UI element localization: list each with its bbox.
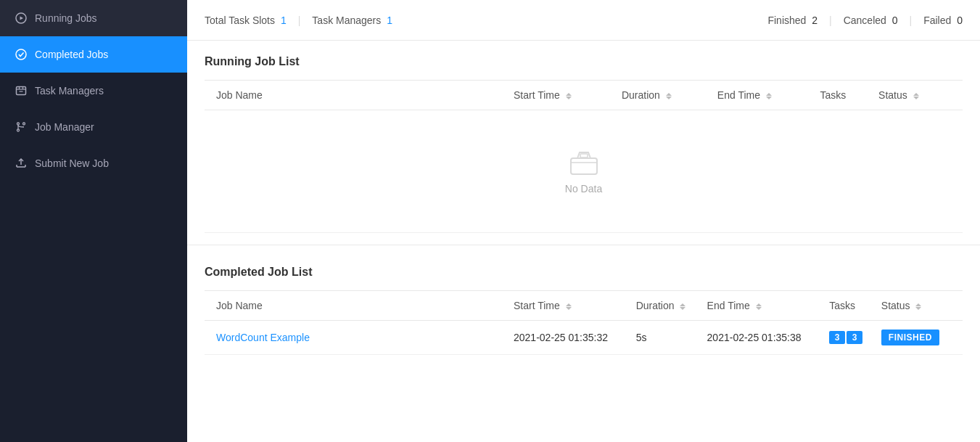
start-time-cell: 2021-02-25 01:35:32 xyxy=(508,321,630,355)
svg-rect-3 xyxy=(17,87,26,95)
comp-status-sort-icon xyxy=(915,303,921,310)
col-job-name[interactable]: Job Name xyxy=(205,81,508,110)
task-managers-value: 1 xyxy=(387,15,392,26)
sidebar-item-completed-jobs[interactable]: Completed Jobs xyxy=(0,36,187,73)
canceled-stat: Canceled 0 xyxy=(844,15,898,26)
duration-sort-icon xyxy=(666,93,672,99)
col-tasks: Tasks xyxy=(815,81,873,110)
stats-bar: Total Task Slots 1 | Task Managers 1 Fin… xyxy=(187,0,980,41)
svg-marker-1 xyxy=(20,17,24,20)
sidebar-item-submit-new-job[interactable]: Submit New Job xyxy=(0,145,187,181)
calendar-grid-icon xyxy=(15,84,28,97)
sidebar-item-completed-jobs-label: Completed Jobs xyxy=(35,49,108,60)
failed-stat: Failed 0 xyxy=(923,15,963,26)
running-jobs-table-wrap: Job Name Start Time Duration xyxy=(205,80,963,233)
canceled-value: 0 xyxy=(892,15,898,26)
circle-play-icon xyxy=(15,12,28,25)
comp-col-start-time[interactable]: Start Time xyxy=(508,291,630,321)
section-divider xyxy=(187,245,980,245)
col-end-time[interactable]: End Time xyxy=(712,81,815,110)
finished-value: 2 xyxy=(812,15,818,26)
status-sort-icon xyxy=(913,93,919,99)
duration-cell: 5s xyxy=(630,321,701,355)
svg-point-8 xyxy=(17,123,20,125)
completed-jobs-title: Completed Job List xyxy=(205,266,963,279)
running-jobs-table: Job Name Start Time Duration xyxy=(205,81,963,233)
start-time-sort-icon xyxy=(566,93,572,99)
svg-point-2 xyxy=(16,49,26,60)
sidebar: Running Jobs Completed Jobs Task Manager… xyxy=(0,0,187,442)
sidebar-item-job-manager-label: Job Manager xyxy=(35,121,94,133)
failed-value: 0 xyxy=(957,15,963,26)
table-row: WordCount Example 2021-02-25 01:35:32 5s… xyxy=(205,321,963,355)
stats-divider-3: | xyxy=(910,15,913,26)
sidebar-item-running-jobs-label: Running Jobs xyxy=(35,12,97,24)
svg-rect-15 xyxy=(571,158,597,174)
task-managers-label: Task Managers xyxy=(312,15,381,26)
comp-end-time-sort-icon xyxy=(756,303,762,310)
task-managers-stat: Task Managers 1 xyxy=(312,15,392,26)
end-time-sort-icon xyxy=(766,93,772,99)
svg-rect-16 xyxy=(580,154,588,157)
canceled-label: Canceled xyxy=(844,15,886,26)
status-cell: FINISHED xyxy=(876,321,963,355)
job-name-cell: WordCount Example xyxy=(205,321,508,355)
stats-divider-2: | xyxy=(829,15,832,26)
stats-left: Total Task Slots 1 | Task Managers 1 xyxy=(205,15,767,26)
running-jobs-no-data-cell: No Data xyxy=(205,110,963,233)
col-duration[interactable]: Duration xyxy=(616,81,712,110)
circle-check-icon xyxy=(15,48,28,61)
running-jobs-no-data-row: No Data xyxy=(205,110,963,233)
completed-jobs-table: Job Name Start Time Duration xyxy=(205,291,963,355)
task-badge-b: 3 xyxy=(847,331,862,344)
comp-duration-sort-icon xyxy=(680,303,685,310)
completed-jobs-section: Completed Job List Job Name Start Time xyxy=(187,251,980,355)
col-status[interactable]: Status xyxy=(873,81,963,110)
svg-point-10 xyxy=(23,123,25,125)
task-badges: 3 3 xyxy=(829,331,870,344)
sidebar-item-job-manager[interactable]: Job Manager xyxy=(0,109,187,145)
finished-stat: Finished 2 xyxy=(767,15,818,26)
comp-col-job-name[interactable]: Job Name xyxy=(205,291,508,321)
sidebar-item-running-jobs[interactable]: Running Jobs xyxy=(0,0,187,36)
total-task-slots-value: 1 xyxy=(281,15,287,26)
sidebar-item-submit-new-job-label: Submit New Job xyxy=(35,157,109,169)
end-time-cell: 2021-02-25 01:35:38 xyxy=(701,321,824,355)
finished-label: Finished xyxy=(767,15,806,26)
upload-icon xyxy=(15,157,28,170)
tasks-cell: 3 3 xyxy=(823,321,876,355)
no-data-text: No Data xyxy=(216,183,951,195)
comp-col-tasks: Tasks xyxy=(823,291,876,321)
task-badge-a: 3 xyxy=(829,331,845,344)
sidebar-item-task-managers[interactable]: Task Managers xyxy=(0,73,187,109)
comp-col-duration[interactable]: Duration xyxy=(630,291,701,321)
running-jobs-section: Running Job List Job Name Start Time xyxy=(187,41,980,233)
comp-col-end-time[interactable]: End Time xyxy=(701,291,824,321)
sidebar-item-task-managers-label: Task Managers xyxy=(35,85,104,97)
completed-jobs-table-wrap: Job Name Start Time Duration xyxy=(205,290,963,355)
failed-label: Failed xyxy=(923,15,951,26)
total-task-slots: Total Task Slots 1 xyxy=(205,15,287,26)
job-name-link[interactable]: WordCount Example xyxy=(216,332,310,343)
col-start-time[interactable]: Start Time xyxy=(508,81,616,110)
comp-col-status[interactable]: Status xyxy=(876,291,963,321)
main-content: Total Task Slots 1 | Task Managers 1 Fin… xyxy=(187,0,980,442)
no-data-container: No Data xyxy=(216,119,951,224)
stats-divider-1: | xyxy=(298,15,301,26)
stats-right: Finished 2 | Canceled 0 | Failed 0 xyxy=(767,15,963,26)
status-badge: FINISHED xyxy=(881,330,939,345)
running-jobs-title: Running Job List xyxy=(205,55,963,68)
branch-icon xyxy=(15,120,28,134)
no-data-icon xyxy=(567,148,601,177)
completed-jobs-header-row: Job Name Start Time Duration xyxy=(205,291,963,321)
total-task-slots-label: Total Task Slots xyxy=(205,15,275,26)
svg-point-9 xyxy=(17,129,20,131)
comp-start-time-sort-icon xyxy=(566,303,572,310)
running-jobs-header-row: Job Name Start Time Duration xyxy=(205,81,963,110)
